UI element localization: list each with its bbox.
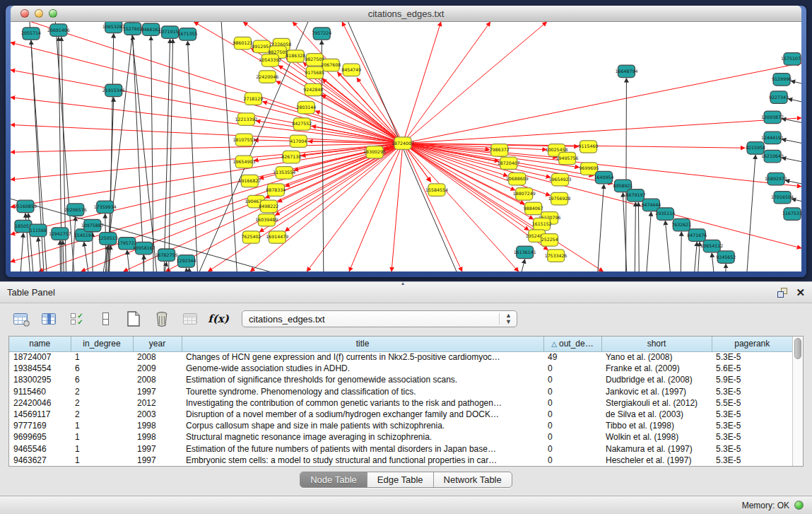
table-cell: Structural magnetic resonance image aver… (182, 431, 543, 443)
table-cell: Corpus callosum shape and size in male p… (182, 420, 543, 431)
table-row[interactable]: 1872400712008Changes of HCN gene express… (9, 351, 792, 363)
scrollbar-thumb[interactable] (794, 338, 801, 359)
close-panel-icon[interactable]: ✕ (796, 288, 805, 298)
table-options-button[interactable] (11, 310, 30, 328)
new-table-button[interactable] (124, 310, 143, 328)
table-cell: 2008 (133, 351, 182, 363)
graph-node-label: 2055714 (21, 31, 41, 36)
graph-node-label: 8912954 (252, 44, 271, 49)
table-cell: Yano et al. (2008) (601, 351, 712, 363)
network-window-titlebar[interactable]: citations_edges.txt (11, 6, 801, 22)
graph-node-label: 2718129 (243, 96, 263, 101)
table-scrollbar[interactable] (792, 337, 803, 466)
table-row[interactable]: 946554611997Estimation of the future num… (9, 443, 792, 455)
table-cell: 49 (543, 351, 601, 363)
network-window: citations_edges.txt 98601238912954222605… (6, 6, 806, 277)
table-row[interactable]: 911546021997Tourette syndrome. Phenomeno… (9, 386, 792, 397)
column-header-title[interactable]: title (182, 337, 543, 351)
memory-ok-indicator (794, 501, 804, 510)
function-builder-button[interactable]: f(x) (209, 310, 228, 328)
delete-column-button[interactable] (181, 310, 199, 328)
table-row[interactable]: 1830029562008Estimation of significance … (9, 374, 792, 385)
tab-edge-table[interactable]: Edge Table (367, 472, 434, 487)
column-header-year[interactable]: year (133, 337, 182, 351)
table-cell: Jankovic et al. (1997) (601, 386, 712, 397)
graph-node-label: 8471676 (687, 233, 707, 238)
table-row[interactable]: 969969511998Structural magnetic resonanc… (9, 431, 792, 443)
table-cell: 9465546 (9, 443, 71, 455)
tab-node-table[interactable]: Node Table (300, 472, 367, 487)
table-row[interactable]: 977716911998Corpus callosum shape and si… (9, 420, 792, 431)
column-header-in_degree[interactable]: in_degree (71, 337, 133, 351)
table-cell: Embryonic stem cells: a model to study s… (182, 455, 543, 466)
table-cell: Wolkin et al. (1998) (601, 431, 712, 443)
table-cell: 0 (543, 420, 601, 431)
graph-node-label: 2935114 (655, 211, 675, 216)
graph-node-label: 8267130 (281, 154, 301, 159)
table-cell: 14569117 (9, 409, 71, 420)
table-header-row: namein_degreeyeartitle△out_de…shortpager… (9, 337, 792, 351)
graph-node-label: 12093877 (761, 115, 784, 119)
table-cell: Genome-wide association studies in ADHD. (182, 363, 543, 374)
desktop-background: citations_edges.txt 98601238912954222605… (0, 0, 812, 281)
column-header-pagerank[interactable]: pagerank (712, 337, 792, 351)
new-document-icon (127, 311, 140, 327)
graph-node-label: 7625402 (241, 235, 261, 240)
table-cell: 0 (543, 397, 601, 409)
table-row[interactable]: 1456911722003Disruption of a novel membe… (9, 409, 792, 420)
row-height-button[interactable] (96, 310, 114, 328)
table-cell: 0 (543, 363, 601, 374)
table-cell: Franke et al. (2009) (601, 363, 712, 374)
graph-node-label: 17016504 (771, 194, 794, 199)
column-header-out_de[interactable]: △out_de… (543, 337, 601, 351)
table-cell: 2012 (133, 397, 182, 409)
graph-node-label: 18300295 (363, 149, 386, 154)
graph-node-label: 12444191 (761, 135, 784, 140)
table-cell: 6 (71, 363, 133, 374)
table-tab-bar: Node TableEdge TableNetwork Table (0, 467, 812, 492)
table-cell: Tibbo et al. (1998) (601, 420, 712, 431)
delete-table-button[interactable] (153, 310, 171, 328)
graph-node-label: 1167533 (782, 211, 801, 216)
rows-icon (102, 313, 109, 325)
window-title: citations_edges.txt (11, 8, 801, 19)
graph-node-label: 8427552 (292, 122, 312, 127)
table-cell: 5.3E-5 (712, 386, 792, 397)
table-row[interactable]: 1938455462009Genome-wide association stu… (9, 363, 792, 374)
column-header-short[interactable]: short (601, 337, 712, 351)
graph-node-label: 19654903 (233, 159, 255, 164)
graph-node-label: 16914479 (266, 235, 288, 240)
table-cell: 1997 (133, 443, 182, 455)
graph-node-label: 9474444 (641, 202, 661, 207)
float-panel-icon[interactable] (777, 288, 787, 298)
table-cell: 18724007 (9, 351, 71, 363)
tab-network-table[interactable]: Network Table (434, 472, 512, 487)
graph-node-label: 15751074 (781, 56, 801, 61)
graph-node-label: 9884067 (524, 206, 543, 211)
graph-node-label: 16210643 (761, 153, 784, 158)
table-cell: 1 (71, 351, 133, 363)
table-cell: 2008 (133, 374, 182, 385)
graph-node-label: 8454749 (341, 67, 361, 72)
graph-node-label: 10653287 (102, 24, 125, 29)
table-cell: 18300295 (9, 374, 71, 385)
graph-node-label: 9242848 (303, 87, 323, 92)
table-cell: Investigating the contribution of common… (182, 397, 543, 409)
table-row[interactable]: 946362711997Embryonic stem cells: a mode… (9, 455, 792, 466)
table-row[interactable]: 2242004622012Investigating the contribut… (9, 397, 792, 409)
fx-icon: f(x) (208, 313, 229, 325)
column-header-name[interactable]: name (9, 337, 71, 351)
splitter-handle[interactable]: ▴ (401, 280, 404, 286)
table-cell: 1998 (133, 431, 182, 443)
graph-node-label: 8498222 (259, 204, 278, 209)
graph-node-label: 1615152 (532, 221, 552, 226)
network-canvas[interactable]: 9860123891295422260589827509818632810543… (11, 22, 801, 271)
table-select-dropdown[interactable]: citations_edges.txt ▲▼ (242, 310, 517, 327)
show-columns-button[interactable] (40, 310, 58, 328)
disabled-table-icon (183, 313, 197, 325)
table-cell: 0 (543, 374, 601, 385)
graph-node-label: 2803144 (296, 105, 316, 110)
table-cell: 0 (543, 443, 601, 455)
select-rows-button[interactable]: ✓ ✓ (68, 310, 86, 328)
graph-node-label: 1292344 (177, 258, 196, 263)
